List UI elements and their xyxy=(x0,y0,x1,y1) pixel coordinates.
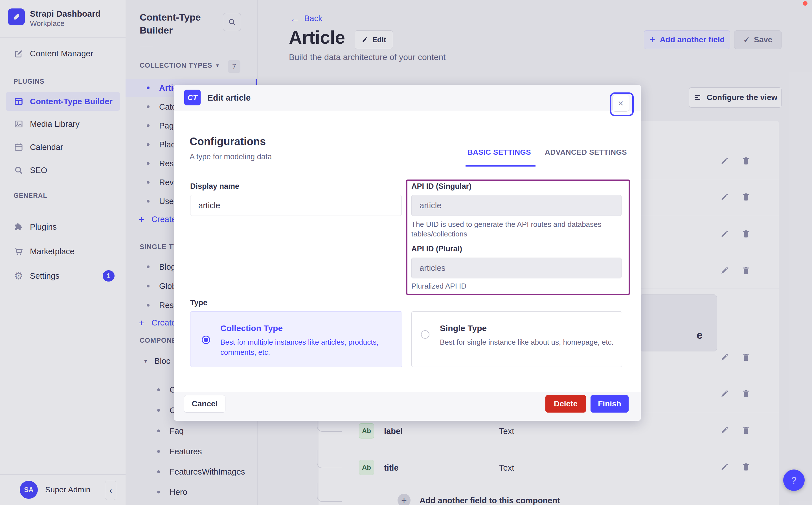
single-type-card[interactable]: Single Type Best for single instance lik… xyxy=(412,311,622,367)
modal-title: Edit article xyxy=(207,93,250,103)
cancel-button[interactable]: Cancel xyxy=(184,395,225,412)
content-type-badge: CT xyxy=(184,90,201,106)
api-id-singular-input[interactable] xyxy=(412,195,621,216)
active-tab-underline xyxy=(466,165,536,167)
tab-basic-settings[interactable]: BASIC SETTINGS xyxy=(467,148,531,157)
api-id-singular-label: API ID (Singular) xyxy=(412,182,471,191)
single-type-desc: Best for single instance like about us, … xyxy=(440,337,637,347)
tab-advanced-settings[interactable]: ADVANCED SETTINGS xyxy=(545,148,627,157)
close-icon: × xyxy=(618,98,623,109)
display-name-label: Display name xyxy=(190,182,239,191)
api-id-plural-label: API ID (Plural) xyxy=(412,244,462,254)
radio-unselected-icon[interactable] xyxy=(421,330,430,339)
configurations-subheading: A type for modeling data xyxy=(190,152,272,161)
help-button[interactable]: ? xyxy=(783,470,805,491)
configurations-heading: Configurations xyxy=(190,136,266,148)
api-id-singular-helper: The UID is used to generate the API rout… xyxy=(412,219,617,239)
display-name-input[interactable] xyxy=(190,195,402,216)
type-label: Type xyxy=(190,299,207,307)
edit-article-modal: CT Edit article × Configurations A type … xyxy=(174,85,641,420)
api-id-plural-input[interactable] xyxy=(412,258,621,279)
close-button[interactable]: × xyxy=(612,95,629,112)
recording-dot xyxy=(803,1,807,6)
radio-selected-icon[interactable] xyxy=(202,336,210,344)
finish-button[interactable]: Finish xyxy=(590,395,628,412)
collection-type-card[interactable]: Collection Type Best for multiple instan… xyxy=(190,311,402,367)
collection-type-title: Collection Type xyxy=(220,324,283,333)
delete-button[interactable]: Delete xyxy=(545,395,586,412)
collection-type-desc: Best for multiple instances like article… xyxy=(220,337,405,357)
api-id-plural-helper: Pluralized API ID xyxy=(412,281,466,291)
tabs-divider xyxy=(190,166,625,166)
single-type-title: Single Type xyxy=(440,324,487,333)
